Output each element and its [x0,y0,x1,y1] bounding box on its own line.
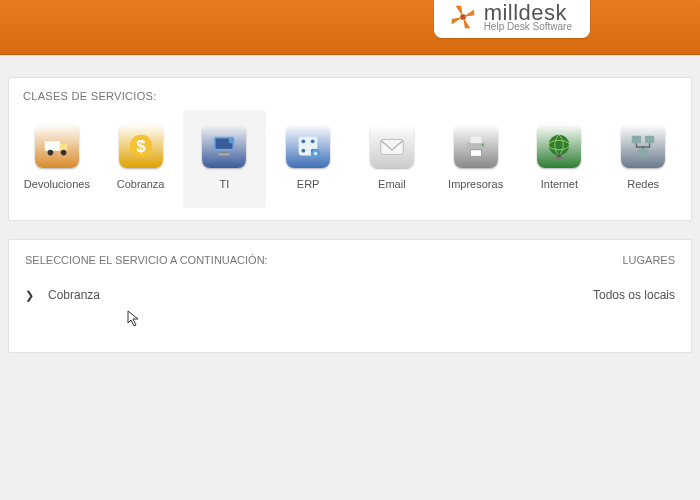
svg-rect-24 [470,137,481,144]
category-impresoras[interactable]: Impresoras [434,110,518,208]
svg-rect-5 [45,141,60,150]
svg-point-15 [229,138,235,144]
services-panel: SELECCIONE EL SERVICIO A CONTINUACIÓN: L… [8,239,692,353]
service-row[interactable]: ❯ Cobranza Todos os locais [25,288,675,302]
dollar-icon: $ [119,124,163,168]
svg-point-18 [311,139,315,143]
svg-rect-33 [638,149,647,157]
envelope-icon [370,124,414,168]
network-icon [621,124,665,168]
svg-rect-6 [60,144,68,151]
category-devoluciones[interactable]: Devoluciones [15,110,99,208]
chevron-right-icon: ❯ [25,289,34,302]
svg-point-7 [48,150,54,156]
svg-rect-29 [558,154,562,157]
svg-point-19 [302,149,306,153]
cursor-icon [127,310,141,328]
categories-panel: CLASES DE SERVICIOS: Devoluciones$Cobran… [8,77,692,221]
service-place: Todos os locais [593,288,675,302]
svg-point-26 [481,144,483,146]
erp-icon [286,124,330,168]
header-bar: milldesk Help Desk Software [0,0,700,55]
categories-title: CLASES DE SERVICIOS: [9,78,691,110]
category-cobranza[interactable]: $Cobranza [99,110,183,208]
svg-marker-1 [455,6,463,17]
category-label: Redes [601,178,685,190]
windmill-icon [448,2,478,32]
category-label: TI [183,178,267,190]
category-label: Internet [518,178,602,190]
category-label: Cobranza [99,178,183,190]
places-title: LUGARES [622,254,675,266]
svg-point-17 [302,139,306,143]
truck-icon [35,124,79,168]
svg-point-27 [549,135,570,156]
category-email[interactable]: Email [350,110,434,208]
svg-rect-30 [555,157,564,159]
services-title: SELECCIONE EL SERVICIO A CONTINUACIÓN: [25,254,268,266]
monitor-icon [202,124,246,168]
svg-point-8 [61,150,67,156]
category-erp[interactable]: ERP [266,110,350,208]
brand-tagline: Help Desk Software [484,22,572,32]
globe-icon [537,124,581,168]
svg-rect-31 [632,136,641,144]
printer-icon [454,124,498,168]
category-row: Devoluciones$CobranzaTIERPEmailImpresora… [9,110,691,220]
service-name: Cobranza [48,288,100,302]
svg-rect-14 [219,154,230,156]
category-label: ERP [266,178,350,190]
category-label: Devoluciones [15,178,99,190]
svg-rect-13 [221,152,229,154]
category-redes[interactable]: Redes [601,110,685,208]
svg-rect-32 [645,136,654,144]
category-label: Email [350,178,434,190]
svg-text:$: $ [136,137,146,156]
svg-rect-22 [381,139,404,154]
category-ti[interactable]: TI [183,110,267,208]
svg-rect-25 [470,150,481,157]
category-label: Impresoras [434,178,518,190]
brand-logo: milldesk Help Desk Software [434,0,590,38]
category-internet[interactable]: Internet [518,110,602,208]
